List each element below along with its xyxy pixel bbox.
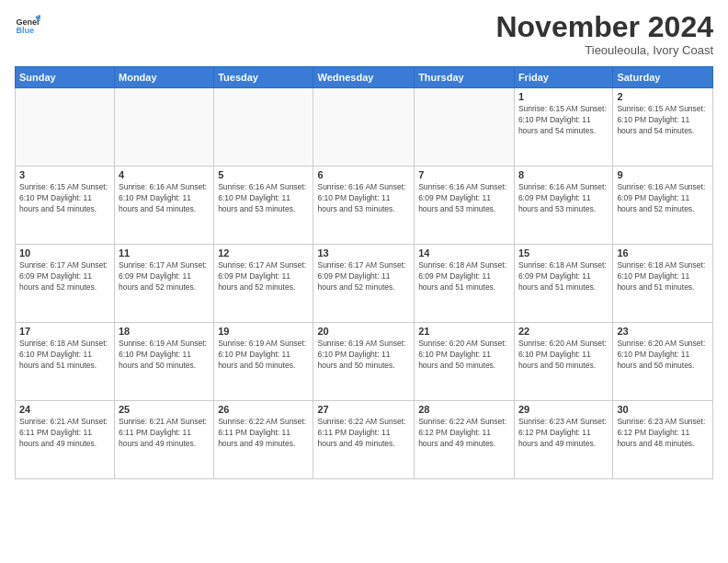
calendar-cell: 8Sunrise: 6:16 AM Sunset: 6:09 PM Daylig…: [514, 167, 612, 245]
day-detail: Sunrise: 6:18 AM Sunset: 6:10 PM Dayligh…: [19, 339, 110, 372]
day-detail: Sunrise: 6:15 AM Sunset: 6:10 PM Dayligh…: [617, 104, 709, 137]
calendar-week-3: 10Sunrise: 6:17 AM Sunset: 6:09 PM Dayli…: [16, 245, 713, 323]
svg-text:Blue: Blue: [16, 26, 34, 35]
day-number: 29: [518, 404, 609, 415]
calendar-cell: 9Sunrise: 6:16 AM Sunset: 6:09 PM Daylig…: [613, 167, 713, 245]
header-thursday: Thursday: [415, 67, 515, 88]
day-number: 12: [218, 247, 309, 259]
day-detail: Sunrise: 6:17 AM Sunset: 6:09 PM Dayligh…: [119, 260, 210, 293]
day-detail: Sunrise: 6:23 AM Sunset: 6:12 PM Dayligh…: [617, 417, 709, 450]
calendar-week-1: 1Sunrise: 6:15 AM Sunset: 6:10 PM Daylig…: [16, 88, 713, 167]
calendar-cell: 17Sunrise: 6:18 AM Sunset: 6:10 PM Dayli…: [16, 323, 115, 401]
day-number: 3: [19, 169, 110, 180]
page-container: General Blue November 2024 Tieouleoula, …: [0, 0, 728, 487]
day-number: 24: [19, 404, 110, 415]
calendar-week-5: 24Sunrise: 6:21 AM Sunset: 6:11 PM Dayli…: [16, 401, 713, 479]
day-number: 18: [119, 326, 210, 337]
calendar-cell: [115, 88, 214, 167]
day-detail: Sunrise: 6:19 AM Sunset: 6:10 PM Dayligh…: [317, 339, 410, 372]
day-number: 23: [617, 326, 709, 337]
calendar-cell: 12Sunrise: 6:17 AM Sunset: 6:09 PM Dayli…: [214, 245, 313, 323]
header: General Blue November 2024 Tieouleoula, …: [15, 11, 713, 57]
calendar-cell: 27Sunrise: 6:22 AM Sunset: 6:11 PM Dayli…: [313, 401, 415, 479]
day-number: 27: [317, 404, 410, 415]
calendar-cell: [415, 88, 515, 167]
day-detail: Sunrise: 6:16 AM Sunset: 6:10 PM Dayligh…: [317, 182, 410, 215]
day-number: 26: [218, 404, 309, 415]
day-detail: Sunrise: 6:20 AM Sunset: 6:10 PM Dayligh…: [418, 339, 510, 372]
calendar-cell: [16, 88, 115, 167]
header-friday: Friday: [514, 67, 612, 88]
calendar-cell: 26Sunrise: 6:22 AM Sunset: 6:11 PM Dayli…: [214, 401, 313, 479]
day-detail: Sunrise: 6:22 AM Sunset: 6:11 PM Dayligh…: [218, 417, 309, 450]
day-detail: Sunrise: 6:19 AM Sunset: 6:10 PM Dayligh…: [119, 339, 210, 372]
day-number: 19: [218, 326, 309, 337]
day-number: 8: [518, 169, 609, 180]
day-number: 14: [418, 247, 510, 259]
title-block: November 2024 Tieouleoula, Ivory Coast: [495, 11, 713, 57]
day-detail: Sunrise: 6:18 AM Sunset: 6:09 PM Dayligh…: [418, 260, 510, 293]
day-number: 30: [617, 404, 709, 415]
calendar-cell: 25Sunrise: 6:21 AM Sunset: 6:11 PM Dayli…: [115, 401, 214, 479]
calendar-cell: 15Sunrise: 6:18 AM Sunset: 6:09 PM Dayli…: [514, 245, 612, 323]
day-number: 28: [418, 404, 510, 415]
day-detail: Sunrise: 6:17 AM Sunset: 6:09 PM Dayligh…: [19, 260, 110, 293]
location-subtitle: Tieouleoula, Ivory Coast: [495, 43, 713, 57]
calendar-cell: 7Sunrise: 6:16 AM Sunset: 6:09 PM Daylig…: [415, 167, 515, 245]
day-detail: Sunrise: 6:19 AM Sunset: 6:10 PM Dayligh…: [218, 339, 309, 372]
day-number: 6: [317, 169, 410, 180]
day-number: 10: [19, 247, 110, 259]
day-number: 5: [218, 169, 309, 180]
calendar-cell: 13Sunrise: 6:17 AM Sunset: 6:09 PM Dayli…: [313, 245, 415, 323]
day-number: 11: [119, 247, 210, 259]
day-number: 1: [518, 91, 609, 102]
day-detail: Sunrise: 6:16 AM Sunset: 6:09 PM Dayligh…: [418, 182, 510, 215]
day-number: 2: [617, 91, 709, 102]
day-detail: Sunrise: 6:18 AM Sunset: 6:10 PM Dayligh…: [617, 260, 709, 293]
calendar-cell: 28Sunrise: 6:22 AM Sunset: 6:12 PM Dayli…: [415, 401, 515, 479]
calendar-week-2: 3Sunrise: 6:15 AM Sunset: 6:10 PM Daylig…: [16, 167, 713, 245]
calendar-header-row: Sunday Monday Tuesday Wednesday Thursday…: [16, 67, 713, 88]
day-number: 17: [19, 326, 110, 337]
day-detail: Sunrise: 6:22 AM Sunset: 6:11 PM Dayligh…: [317, 417, 410, 450]
day-detail: Sunrise: 6:16 AM Sunset: 6:09 PM Dayligh…: [617, 182, 709, 215]
calendar-cell: 19Sunrise: 6:19 AM Sunset: 6:10 PM Dayli…: [214, 323, 313, 401]
day-detail: Sunrise: 6:20 AM Sunset: 6:10 PM Dayligh…: [518, 339, 609, 372]
logo: General Blue: [15, 11, 40, 37]
calendar-cell: [313, 88, 415, 167]
header-saturday: Saturday: [613, 67, 713, 88]
calendar-cell: 30Sunrise: 6:23 AM Sunset: 6:12 PM Dayli…: [613, 401, 713, 479]
day-number: 22: [518, 326, 609, 337]
day-detail: Sunrise: 6:16 AM Sunset: 6:10 PM Dayligh…: [119, 182, 210, 215]
calendar-cell: 11Sunrise: 6:17 AM Sunset: 6:09 PM Dayli…: [115, 245, 214, 323]
calendar-cell: 20Sunrise: 6:19 AM Sunset: 6:10 PM Dayli…: [313, 323, 415, 401]
calendar-cell: 4Sunrise: 6:16 AM Sunset: 6:10 PM Daylig…: [115, 167, 214, 245]
day-detail: Sunrise: 6:17 AM Sunset: 6:09 PM Dayligh…: [317, 260, 410, 293]
day-detail: Sunrise: 6:22 AM Sunset: 6:12 PM Dayligh…: [418, 417, 510, 450]
day-detail: Sunrise: 6:20 AM Sunset: 6:10 PM Dayligh…: [617, 339, 709, 372]
header-wednesday: Wednesday: [313, 67, 415, 88]
calendar-cell: [214, 88, 313, 167]
day-detail: Sunrise: 6:21 AM Sunset: 6:11 PM Dayligh…: [19, 417, 110, 450]
day-detail: Sunrise: 6:23 AM Sunset: 6:12 PM Dayligh…: [518, 417, 609, 450]
day-detail: Sunrise: 6:15 AM Sunset: 6:10 PM Dayligh…: [518, 104, 609, 137]
calendar-table: Sunday Monday Tuesday Wednesday Thursday…: [15, 66, 713, 479]
calendar-cell: 3Sunrise: 6:15 AM Sunset: 6:10 PM Daylig…: [16, 167, 115, 245]
day-number: 15: [518, 247, 609, 259]
calendar-cell: 21Sunrise: 6:20 AM Sunset: 6:10 PM Dayli…: [415, 323, 515, 401]
header-sunday: Sunday: [16, 67, 115, 88]
calendar-cell: 16Sunrise: 6:18 AM Sunset: 6:10 PM Dayli…: [613, 245, 713, 323]
day-detail: Sunrise: 6:17 AM Sunset: 6:09 PM Dayligh…: [218, 260, 309, 293]
calendar-week-4: 17Sunrise: 6:18 AM Sunset: 6:10 PM Dayli…: [16, 323, 713, 401]
calendar-cell: 18Sunrise: 6:19 AM Sunset: 6:10 PM Dayli…: [115, 323, 214, 401]
header-monday: Monday: [115, 67, 214, 88]
day-number: 4: [119, 169, 210, 180]
day-detail: Sunrise: 6:15 AM Sunset: 6:10 PM Dayligh…: [19, 182, 110, 215]
day-number: 25: [119, 404, 210, 415]
day-number: 13: [317, 247, 410, 259]
day-detail: Sunrise: 6:16 AM Sunset: 6:09 PM Dayligh…: [518, 182, 609, 215]
calendar-cell: 14Sunrise: 6:18 AM Sunset: 6:09 PM Dayli…: [415, 245, 515, 323]
calendar-cell: 6Sunrise: 6:16 AM Sunset: 6:10 PM Daylig…: [313, 167, 415, 245]
day-number: 16: [617, 247, 709, 259]
calendar-cell: 23Sunrise: 6:20 AM Sunset: 6:10 PM Dayli…: [613, 323, 713, 401]
